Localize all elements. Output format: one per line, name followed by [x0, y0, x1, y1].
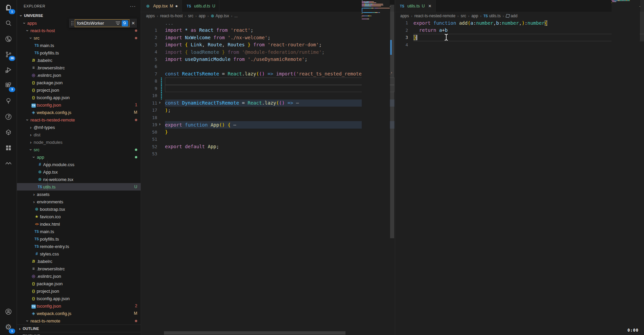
horizontal-scrollbar-left[interactable]	[164, 331, 345, 335]
code-text[interactable]: import NxWelcome from './nx-welcome';	[165, 34, 395, 41]
code-text[interactable]: import { loadRemote } from '@module-fede…	[165, 48, 395, 56]
tree-item-webpack.config.js[interactable]: ◈webpack.config.jsM	[17, 109, 141, 116]
code-line-50[interactable]: 50}	[141, 129, 395, 136]
tree-item-src[interactable]: ›src	[17, 146, 141, 153]
fold-chevron-icon[interactable]: ›	[159, 122, 161, 127]
tree-item-main.ts[interactable]: TSmain.ts	[17, 42, 141, 49]
breadcrumb-item-src[interactable]: src	[461, 14, 466, 18]
code-line-53[interactable]: 53	[141, 150, 395, 158]
tree-item-tsconfig.json[interactable]: TStsconfig.json1	[17, 101, 141, 109]
code-line-4[interactable]: 4	[395, 41, 644, 49]
tree-item-dist[interactable]: ›dist	[17, 131, 141, 138]
timeline-section-header[interactable]: › TIMELINE	[17, 332, 141, 335]
code-text[interactable]	[165, 85, 395, 92]
code-text[interactable]	[165, 136, 395, 143]
grid-icon[interactable]	[0, 140, 17, 156]
tree-item-styles.css[interactable]: #styles.css	[17, 250, 141, 258]
code-line-8[interactable]: 8	[141, 77, 395, 85]
code-text[interactable]	[165, 150, 395, 158]
code-line-17[interactable]: 17);	[141, 107, 395, 114]
code-text[interactable]: const ReactTsRemote = React.lazy(() => i…	[165, 70, 395, 78]
minimap-left[interactable]	[362, 0, 390, 335]
code-text[interactable]: import { Link, Route, Routes } from 'rea…	[165, 41, 395, 49]
filter-icon[interactable]	[116, 21, 120, 26]
code-text[interactable]: const DynamicReactTsRemote = React.lazy(…	[165, 99, 395, 107]
unsaved-dot-icon[interactable]: ●	[175, 3, 178, 8]
accounts-icon[interactable]	[0, 304, 17, 319]
tree-item-environments[interactable]: ›environments	[17, 198, 141, 205]
code-line-5[interactable]: 5import useDynamicModule from './useDyna…	[141, 56, 395, 63]
code-line-7[interactable]: 7const ReactTsRemote = React.lazy(() => …	[141, 70, 395, 78]
breadcrumb-item-app[interactable]: app	[471, 14, 478, 18]
code-text[interactable]: ...	[165, 19, 395, 27]
tree-item-tsconfig.app.json[interactable]: {}tsconfig.app.json	[17, 295, 141, 302]
vertical-scrollbar-right[interactable]	[640, 0, 644, 335]
tab-utils.ts[interactable]: TSutils.tsU✕	[395, 0, 436, 12]
breadcrumb-item-react-ts-nested-remote[interactable]: react-ts-nested-remote	[414, 14, 455, 18]
tree-item-src[interactable]: ›src	[17, 34, 141, 42]
tree-item-polyfills.ts[interactable]: TSpolyfills.ts	[17, 235, 141, 243]
code-editor-app-tsx[interactable]: ...1import * as React from 'react';2impo…	[141, 19, 395, 335]
breadcrumb-item-...[interactable]: ...	[234, 14, 238, 18]
code-text[interactable]: );	[165, 107, 395, 114]
code-line-2[interactable]: 2 return a+b	[395, 27, 644, 34]
tree-item-.browserslistrc[interactable]: ≡.browserslistrc	[17, 265, 141, 272]
tree-item-App.module.css[interactable]: #App.module.css	[17, 161, 141, 168]
settings-icon[interactable]: ⚙1	[0, 319, 17, 335]
close-filter-button[interactable]: ✕	[129, 21, 137, 26]
code-line-52[interactable]: 52export default App;	[141, 143, 395, 151]
breadcrumb-item-src[interactable]: src	[188, 14, 193, 18]
breadcrumb-item-App.tsx[interactable]: ⊛App.tsx	[211, 14, 229, 18]
code-text[interactable]: import useDynamicModule from './useDynam…	[165, 56, 395, 63]
tree-item-.babelrc[interactable]: B.babelrc	[17, 258, 141, 265]
tree-item-main.ts[interactable]: TSmain.ts	[17, 228, 141, 235]
search-icon[interactable]	[0, 16, 17, 31]
tree-item-App.tsx[interactable]: ⊛App.tsx	[17, 168, 141, 176]
fuzzy-search-toggle-button[interactable]	[122, 20, 128, 26]
code-line-6[interactable]: 6	[141, 63, 395, 70]
code-line-3[interactable]: 3}	[395, 34, 644, 41]
tree-item-utils.ts[interactable]: TSutils.tsU	[17, 183, 141, 191]
code-line-11[interactable]: 11›const DynamicReactTsRemote = React.la…	[141, 99, 395, 107]
code-line-4[interactable]: 4import { loadRemote } from '@module-fed…	[141, 48, 395, 56]
tree-item-react-ts-host[interactable]: ›react-ts-host	[17, 27, 141, 34]
code-line-1[interactable]: 1export function add(a:number,b:number,)…	[395, 19, 644, 27]
code-line-2[interactable]: 2import NxWelcome from './nx-welcome';	[141, 34, 395, 41]
breadcrumb-item-add[interactable]: add	[506, 14, 518, 18]
close-tab-icon[interactable]: ✕	[428, 4, 432, 8]
tree-item-tsconfig.app.json[interactable]: {}tsconfig.app.json	[17, 94, 141, 101]
code-text[interactable]: export function add(a:number,b:number,):…	[413, 19, 644, 27]
code-text[interactable]: export function App() { ⋯	[165, 121, 395, 129]
code-line-9[interactable]: 9	[141, 85, 395, 92]
code-text[interactable]	[165, 63, 395, 70]
tree-item-nx-welcome.tsx[interactable]: ⊛nx-welcome.tsx	[17, 176, 141, 183]
tree-item-tsconfig.json[interactable]: TStsconfig.json2	[17, 302, 141, 310]
tree-item-bootstrap.tsx[interactable]: ⊛bootstrap.tsx	[17, 205, 141, 213]
tree-item-index.html[interactable]: <>index.html	[17, 220, 141, 228]
code-line-3[interactable]: 3import { Link, Route, Routes } from 're…	[141, 41, 395, 49]
tree-item-package.json[interactable]: {}package.json	[17, 79, 141, 86]
tree-item-react-ts-remote[interactable]: ›react-ts-remote	[17, 317, 141, 325]
code-line-10[interactable]: 10	[141, 92, 395, 99]
explorer-more-actions-button[interactable]: ···	[130, 3, 136, 9]
tree-item-.babelrc[interactable]: B.babelrc	[17, 57, 141, 64]
tree-item-favicon.ico[interactable]: ★favicon.ico	[17, 213, 141, 220]
run-and-debug-icon[interactable]	[0, 62, 17, 78]
code-line-hint[interactable]: ...	[141, 19, 395, 27]
tree-filter-value[interactable]: forkDtsWorker	[77, 21, 116, 26]
code-line-51[interactable]: 51	[141, 136, 395, 143]
breadcrumb-item-app[interactable]: app	[199, 14, 206, 18]
breadcrumb-item-utils.ts[interactable]: TSutils.ts	[483, 14, 501, 18]
code-text[interactable]: }	[165, 129, 395, 136]
tree-filter-input[interactable]: forkDtsWorker	[75, 19, 129, 27]
tree-item-assets[interactable]: ›assets	[17, 191, 141, 198]
breadcrumb-item-react-ts-host[interactable]: react-ts-host	[160, 14, 183, 18]
tree-item-polyfills.ts[interactable]: TSpolyfills.ts	[17, 49, 141, 57]
workspace-section-header[interactable]: › UNIVERSE	[17, 12, 141, 19]
source-control-icon[interactable]: 38	[0, 47, 17, 62]
tree-item-webpack.config.js[interactable]: ◈webpack.config.jsM	[17, 310, 141, 317]
circle-graph-icon[interactable]	[0, 109, 17, 125]
tree-item-.eslintrc.json[interactable]: ◎.eslintrc.json	[17, 71, 141, 79]
tree-item-@mf-types[interactable]: ›@mf-types	[17, 124, 141, 131]
code-text[interactable]	[165, 114, 395, 121]
